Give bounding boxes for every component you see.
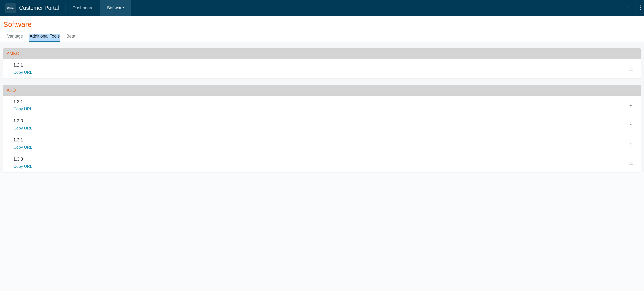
version-row: 1.2.1 Copy URL (3, 96, 641, 115)
svg-point-2 (640, 9, 641, 10)
version-row-main: 1.3.3 Copy URL (14, 157, 627, 169)
version-row: 1.2.1 Copy URL (3, 59, 641, 78)
group-header: AMKO (3, 48, 641, 59)
version-row: 1.3.3 Copy URL (3, 153, 641, 172)
download-icon (629, 66, 634, 72)
download-icon (629, 122, 634, 128)
copy-url-link[interactable]: Copy URL (14, 164, 32, 169)
brand-logo: vmw (5, 3, 16, 13)
group-ako: AKO 1.2.1 Copy URL 1.2.3 Copy URL (3, 85, 641, 172)
version-label: 1.2.1 (14, 99, 627, 104)
version-row: 1.3.1 Copy URL (3, 134, 641, 153)
svg-point-0 (640, 5, 641, 6)
tab-label: Additional Tools (30, 34, 60, 38)
download-icon (629, 141, 634, 147)
download-button[interactable] (627, 102, 635, 109)
version-label: 1.3.1 (14, 138, 627, 143)
download-button[interactable] (627, 159, 635, 167)
download-button[interactable] (627, 65, 635, 73)
group-amko: AMKO 1.2.1 Copy URL (3, 48, 641, 78)
group-header: AKO (3, 85, 641, 96)
svg-point-1 (640, 7, 641, 8)
copy-url-link[interactable]: Copy URL (14, 145, 32, 150)
download-icon (629, 160, 634, 166)
more-menu-button[interactable] (637, 0, 644, 16)
nav-spacer (130, 0, 622, 16)
nav-item-software[interactable]: Software (100, 0, 130, 16)
nav-item-dashboard[interactable]: Dashboard (66, 0, 100, 16)
content: AMKO 1.2.1 Copy URL AKO 1.2.1 Copy (0, 42, 644, 172)
brand-title: Customer Portal (19, 5, 59, 11)
version-row: 1.2.3 Copy URL (3, 115, 641, 134)
tab-beta[interactable]: Beta (66, 34, 76, 42)
brand-logo-text: vmw (7, 6, 14, 10)
version-row-main: 1.3.1 Copy URL (14, 138, 627, 150)
copy-url-link[interactable]: Copy URL (14, 70, 32, 75)
version-row-main: 1.2.3 Copy URL (14, 118, 627, 131)
brand: vmw Customer Portal (0, 0, 66, 16)
tab-label: Beta (66, 34, 75, 38)
copy-url-link[interactable]: Copy URL (14, 107, 32, 112)
tab-label: Vantage (7, 34, 23, 38)
version-label: 1.3.3 (14, 157, 627, 162)
download-button[interactable] (627, 121, 635, 128)
copy-url-link[interactable]: Copy URL (14, 126, 32, 131)
top-nav: vmw Customer Portal Dashboard Software (0, 0, 644, 16)
version-row-main: 1.2.1 Copy URL (14, 99, 627, 112)
version-row-main: 1.2.1 Copy URL (14, 63, 627, 75)
tabs: Vantage Additional Tools Beta (0, 30, 644, 42)
chevron-down-icon (628, 6, 631, 10)
download-icon (629, 103, 634, 108)
nav-item-label: Dashboard (72, 6, 94, 10)
version-label: 1.2.3 (14, 118, 627, 124)
account-menu-button[interactable] (622, 0, 636, 16)
page: Software Vantage Additional Tools Beta A… (0, 16, 644, 172)
tab-vantage[interactable]: Vantage (7, 34, 24, 42)
more-vertical-icon (640, 5, 641, 11)
nav-right (622, 0, 644, 16)
nav-item-label: Software (107, 6, 124, 10)
page-title: Software (0, 16, 644, 30)
download-button[interactable] (627, 140, 635, 148)
version-label: 1.2.1 (14, 63, 627, 68)
tab-additional-tools[interactable]: Additional Tools (29, 34, 60, 42)
